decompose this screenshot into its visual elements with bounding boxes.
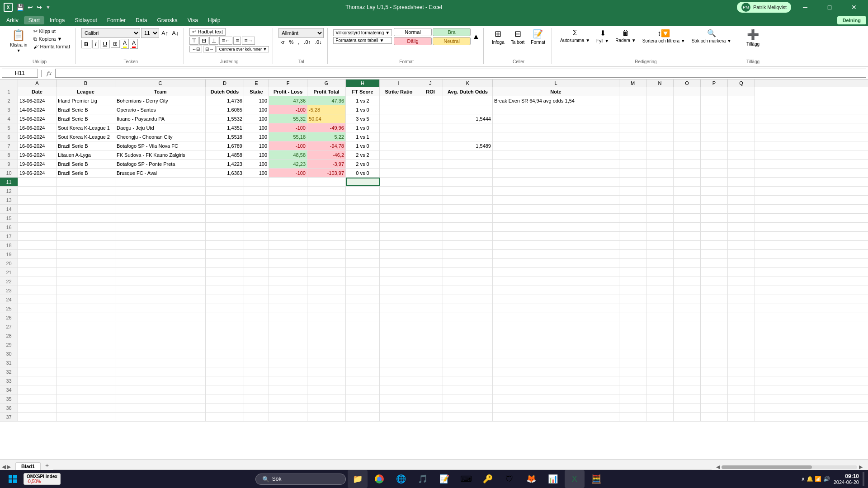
cell-n33[interactable]	[646, 376, 674, 385]
clock[interactable]: 09:10 2024-06-20	[834, 473, 859, 485]
cell-b1[interactable]: League	[57, 87, 115, 96]
col-header-q[interactable]: Q	[728, 80, 755, 87]
cell-c20[interactable]	[115, 259, 206, 267]
cell-m3[interactable]	[619, 105, 646, 114]
col-header-c[interactable]: C	[115, 80, 206, 87]
cell-n15[interactable]	[646, 214, 674, 222]
cell-f24[interactable]	[269, 295, 307, 304]
cell-e32[interactable]	[244, 367, 269, 376]
cell-j23[interactable]	[418, 286, 443, 295]
cell-h15[interactable]	[346, 214, 380, 222]
taskbar-search[interactable]: 🔍 Sök	[255, 474, 346, 485]
cell-c21[interactable]	[115, 268, 206, 277]
cell-h32[interactable]	[346, 367, 380, 376]
cell-d6[interactable]: 1,5518	[206, 132, 244, 141]
cell-k11[interactable]	[443, 178, 493, 186]
taskbar-edge[interactable]: 🌐	[391, 470, 411, 488]
cell-b20[interactable]	[57, 259, 115, 267]
cell-k22[interactable]	[443, 277, 493, 286]
clear-button[interactable]: 🗑 Radera ▼	[613, 28, 638, 44]
cell-p30[interactable]	[701, 349, 728, 358]
cell-h25[interactable]	[346, 304, 380, 313]
cell-a5[interactable]: 16-06-2024	[18, 123, 57, 132]
cell-m21[interactable]	[619, 268, 646, 277]
cell-e30[interactable]	[244, 349, 269, 358]
cell-h36[interactable]	[346, 404, 380, 412]
cell-k28[interactable]	[443, 331, 493, 340]
col-header-h[interactable]: H	[346, 80, 380, 87]
fill-color-button[interactable]: A	[121, 39, 129, 49]
cell-g27[interactable]	[307, 322, 346, 331]
cell-n23[interactable]	[646, 286, 674, 295]
cell-o28[interactable]	[674, 331, 701, 340]
cell-p2[interactable]	[701, 96, 728, 105]
cell-i35[interactable]	[380, 394, 418, 403]
taskbar-browser2[interactable]: 🦊	[521, 470, 541, 488]
sort-filter-button[interactable]: ↕🔽 Sortera och filtrera ▼	[640, 28, 688, 44]
cell-q8[interactable]	[728, 150, 755, 159]
cell-h21[interactable]	[346, 268, 380, 277]
sheet-nav-left[interactable]: ◀	[2, 464, 6, 470]
decrease-indent-button[interactable]: ←⊟	[189, 46, 202, 52]
cell-h16[interactable]	[346, 223, 380, 231]
cell-j33[interactable]	[418, 376, 443, 385]
cell-i5[interactable]	[380, 123, 418, 132]
maximize-button[interactable]: □	[819, 0, 840, 14]
sharing-button[interactable]: Delning	[837, 16, 866, 24]
cell-i29[interactable]	[380, 340, 418, 349]
cell-k19[interactable]	[443, 250, 493, 258]
cell-b8[interactable]: Litauen A-Lyga	[57, 150, 115, 159]
cell-l1[interactable]: Note	[493, 87, 619, 96]
cell-p1[interactable]	[701, 87, 728, 96]
cell-m9[interactable]	[619, 160, 646, 168]
cell-f4[interactable]: 55,32	[269, 114, 307, 123]
cell-f31[interactable]	[269, 358, 307, 367]
cell-l35[interactable]	[493, 394, 619, 403]
cell-a6[interactable]: 16-06-2024	[18, 132, 57, 141]
bold-button[interactable]: B	[81, 40, 91, 48]
cell-i3[interactable]	[380, 105, 418, 114]
cell-n2[interactable]	[646, 96, 674, 105]
cell-j25[interactable]	[418, 304, 443, 313]
cell-l13[interactable]	[493, 196, 619, 204]
cell-h27[interactable]	[346, 322, 380, 331]
menu-start[interactable]: Start	[24, 16, 44, 24]
cell-i7[interactable]	[380, 141, 418, 150]
cell-d3[interactable]: 1.6065	[206, 105, 244, 114]
cell-m11[interactable]	[619, 178, 646, 186]
cell-b16[interactable]	[57, 223, 115, 231]
cell-e16[interactable]	[244, 223, 269, 231]
col-header-i[interactable]: I	[380, 80, 418, 87]
taskbar-explorer[interactable]: 📁	[348, 470, 368, 488]
cell-m30[interactable]	[619, 349, 646, 358]
cell-d18[interactable]	[206, 241, 244, 249]
delete-cells-button[interactable]: ⊟ Ta bort	[508, 28, 528, 46]
cell-o26[interactable]	[674, 313, 701, 322]
cell-p32[interactable]	[701, 367, 728, 376]
taskbar-terminal[interactable]: ⌨	[456, 470, 476, 488]
cell-i11[interactable]	[380, 178, 418, 186]
cell-c6[interactable]: Cheongju - Cheonan City	[115, 132, 206, 141]
cell-f36[interactable]	[269, 404, 307, 412]
cell-o16[interactable]	[674, 223, 701, 231]
cell-h20[interactable]	[346, 259, 380, 267]
cell-b25[interactable]	[57, 304, 115, 313]
function-wizard-button[interactable]: 𝑓𝑥	[45, 70, 53, 77]
cell-g13[interactable]	[307, 196, 346, 204]
cell-d7[interactable]: 1,6789	[206, 141, 244, 150]
cell-e25[interactable]	[244, 304, 269, 313]
cell-n28[interactable]	[646, 331, 674, 340]
cell-b13[interactable]	[57, 196, 115, 204]
cell-c7[interactable]: Botafogo SP - Vila Nova FC	[115, 141, 206, 150]
increase-indent-button[interactable]: ⊟→	[203, 46, 216, 52]
cell-i19[interactable]	[380, 250, 418, 258]
cell-f20[interactable]	[269, 259, 307, 267]
cell-a17[interactable]	[18, 232, 57, 240]
cell-l2[interactable]: Break Even SR 64,94 avg odds 1,54	[493, 96, 619, 105]
cell-q26[interactable]	[728, 313, 755, 322]
cell-e35[interactable]	[244, 394, 269, 403]
cell-i31[interactable]	[380, 358, 418, 367]
cell-e2[interactable]: 100	[244, 96, 269, 105]
taskbar-excel[interactable]: X	[565, 470, 585, 488]
format-style-bra[interactable]: Bra	[433, 28, 471, 36]
